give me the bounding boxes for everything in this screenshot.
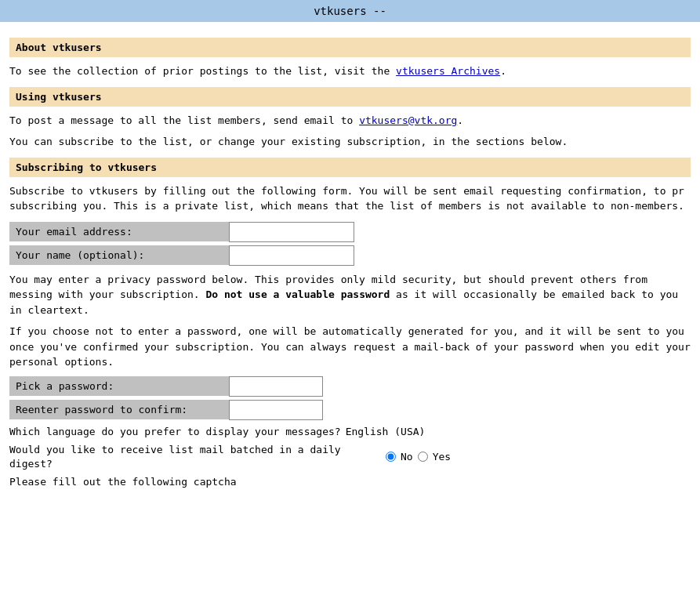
pick-password-label: Pick a password: <box>9 376 229 396</box>
name-row: Your name (optional): <box>9 245 691 266</box>
name-input[interactable] <box>229 245 354 266</box>
subscribing-intro: Subscribe to vtkusers by filling out the… <box>9 183 691 214</box>
captcha-label: Please fill out the following captcha <box>9 476 237 488</box>
using-line2: You can subscribe to the list, or change… <box>9 134 691 150</box>
about-text: To see the collection of prior postings … <box>9 63 691 79</box>
using-line1: To post a message to all the list member… <box>9 113 691 129</box>
email-label: Your email address: <box>9 222 229 241</box>
about-header: About vtkusers <box>9 38 691 57</box>
digest-yes-label: Yes <box>433 451 451 463</box>
email-row: Your email address: <box>9 222 691 242</box>
digest-radio-group: No Yes <box>386 451 451 463</box>
reenter-password-label: Reenter password to confirm: <box>9 400 229 419</box>
digest-no-label: No <box>401 451 413 463</box>
digest-label: Would you like to receive list mail batc… <box>9 443 386 471</box>
email-input[interactable] <box>229 222 354 242</box>
password-info-3: If you choose not to enter a password, o… <box>9 324 691 370</box>
language-label: Which language do you prefer to display … <box>9 426 341 437</box>
archives-link[interactable]: vtkusers Archives <box>396 65 500 77</box>
pick-password-row: Pick a password: <box>9 376 691 397</box>
email-link[interactable]: vtkusers@vtk.org <box>359 114 457 126</box>
digest-yes-radio[interactable] <box>418 452 428 462</box>
reenter-password-input[interactable] <box>229 400 323 420</box>
subscribing-header: Subscribing to vtkusers <box>9 158 691 177</box>
title-bar: vtkusers -- <box>0 0 700 22</box>
main-content: About vtkusers To see the collection of … <box>0 22 700 503</box>
language-value: English (USA) <box>346 426 426 437</box>
captcha-row: Please fill out the following captcha <box>9 476 691 488</box>
title-text: vtkusers -- <box>314 5 386 17</box>
using-header: Using vtkusers <box>9 87 691 107</box>
digest-no-radio[interactable] <box>386 452 396 462</box>
digest-row: Would you like to receive list mail batc… <box>9 443 691 471</box>
password-info-1: You may enter a privacy password below. … <box>9 272 691 318</box>
pick-password-input[interactable] <box>229 376 323 397</box>
subscribe-form: Your email address: Your name (optional)… <box>9 222 691 488</box>
language-row: Which language do you prefer to display … <box>9 423 691 440</box>
reenter-password-row: Reenter password to confirm: <box>9 400 691 420</box>
name-label: Your name (optional): <box>9 245 229 265</box>
